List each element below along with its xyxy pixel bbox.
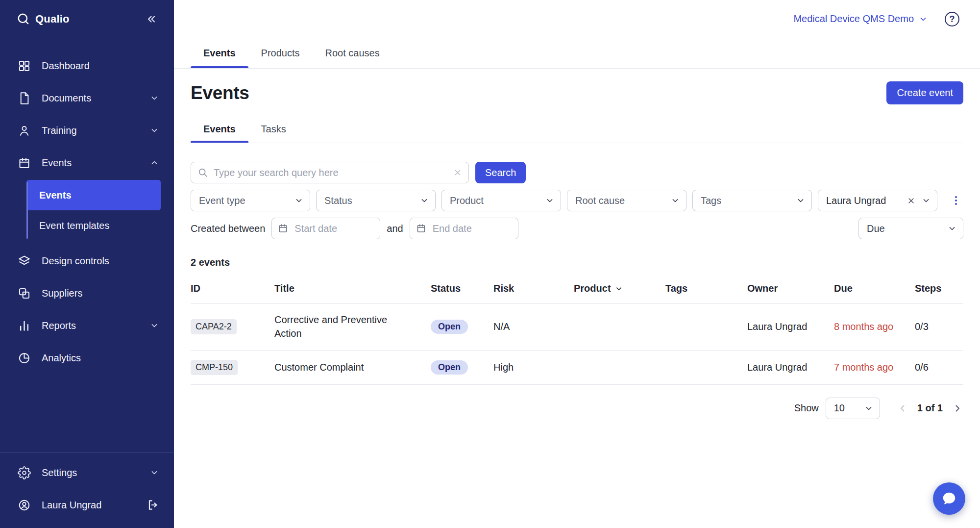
due-filter[interactable]: Due — [858, 218, 963, 239]
calendar-icon — [278, 223, 288, 233]
column-label: Status — [431, 283, 461, 294]
results-count: 2 events — [191, 257, 963, 268]
tab-products[interactable]: Products — [248, 38, 313, 68]
cell-steps: 0/3 — [915, 321, 963, 332]
sidebar-item-settings[interactable]: Settings — [0, 456, 174, 489]
sidebar-item-events[interactable]: Events — [0, 147, 174, 179]
qualio-logo-icon — [17, 12, 30, 25]
page-info: 1 of 1 — [917, 402, 943, 414]
sidebar-footer: Settings Laura Ungrad — [0, 452, 174, 528]
start-date-wrapper — [271, 218, 380, 239]
chevron-down-icon — [294, 196, 304, 205]
sidebar-item-training[interactable]: Training — [0, 114, 174, 147]
column-label: Title — [274, 283, 294, 294]
sidebar-item-label: Dashboard — [42, 60, 90, 72]
cell-status: Open — [431, 320, 493, 334]
pagination: Show 10 1 of 1 — [191, 398, 963, 419]
logout-button[interactable] — [147, 499, 159, 511]
search-button[interactable]: Search — [475, 162, 526, 183]
sidebar-item-label: Design controls — [42, 255, 109, 267]
sidebar-item-documents[interactable]: Documents — [0, 82, 174, 114]
table-row[interactable]: CAPA2-2 Corrective and Preventive Action… — [191, 303, 963, 351]
table-header-row: ID Title Status Risk Product Tags Owner … — [191, 277, 963, 303]
sidebar-item-label: Documents — [42, 93, 91, 104]
cell-id: CMP-150 — [191, 360, 274, 375]
create-event-button[interactable]: Create event — [886, 81, 963, 104]
subtab-tasks[interactable]: Tasks — [248, 116, 299, 143]
sidebar-item-analytics[interactable]: Analytics — [0, 342, 174, 374]
primary-tabs: Events Products Root causes — [174, 38, 980, 69]
filter-value: Laura Ungrad — [826, 195, 886, 206]
chevron-down-icon — [921, 196, 931, 205]
column-header-status[interactable]: Status — [431, 283, 493, 294]
column-label: Due — [834, 283, 853, 294]
suppliers-icon — [18, 287, 31, 300]
event-type-filter[interactable]: Event type — [191, 190, 310, 211]
chat-bubble-icon — [941, 491, 957, 506]
status-badge: Open — [431, 360, 468, 375]
question-mark-icon: ? — [950, 15, 955, 24]
sidebar-item-label: Settings — [42, 467, 77, 478]
tab-root-causes[interactable]: Root causes — [313, 38, 392, 68]
training-icon — [18, 124, 31, 137]
root-cause-filter[interactable]: Root cause — [567, 190, 686, 211]
sidebar-nav: Dashboard Documents Training — [0, 38, 174, 452]
cell-title: Customer Complaint — [274, 360, 431, 374]
column-header-steps[interactable]: Steps — [915, 283, 963, 294]
chevron-down-icon — [149, 93, 159, 103]
column-header-owner[interactable]: Owner — [747, 283, 834, 294]
sidebar-item-design-controls[interactable]: Design controls — [0, 245, 174, 277]
clear-owner-filter-button[interactable] — [906, 196, 916, 205]
column-header-product[interactable]: Product — [574, 283, 665, 294]
sidebar-subitem-label: Events — [39, 190, 72, 201]
tab-label: Events — [203, 124, 236, 134]
column-header-risk[interactable]: Risk — [493, 283, 574, 294]
column-header-due[interactable]: Due — [834, 283, 915, 294]
clear-search-button[interactable] — [453, 168, 463, 177]
document-icon — [18, 92, 31, 105]
avatar-icon — [18, 499, 31, 512]
tab-label: Products — [261, 48, 300, 58]
workspace-selector[interactable]: Medical Device QMS Demo — [793, 13, 928, 25]
sidebar-header: Qualio — [0, 0, 174, 38]
gear-icon — [18, 466, 31, 479]
owner-filter-controls — [906, 196, 931, 205]
tab-events[interactable]: Events — [191, 38, 248, 68]
qualio-logo: Qualio — [17, 12, 70, 25]
sidebar-item-dashboard[interactable]: Dashboard — [0, 50, 174, 82]
cell-risk: N/A — [493, 321, 574, 332]
sidebar-subitem-event-templates[interactable]: Event templates — [26, 210, 161, 241]
chevron-down-icon — [149, 126, 159, 135]
table-row[interactable]: CMP-150 Customer Complaint Open High Lau… — [191, 351, 963, 385]
page-size-select[interactable]: 10 — [826, 398, 880, 419]
chat-launcher-button[interactable] — [933, 482, 965, 515]
search-input[interactable] — [191, 162, 469, 183]
column-label: Risk — [493, 283, 514, 294]
owner-filter[interactable]: Laura Ungrad — [818, 190, 937, 211]
sidebar-subitem-events[interactable]: Events — [26, 180, 161, 210]
close-icon — [453, 168, 463, 177]
subtab-events[interactable]: Events — [191, 116, 248, 143]
sidebar-user-row[interactable]: Laura Ungrad — [0, 489, 174, 521]
column-header-id[interactable]: ID — [191, 283, 274, 294]
dashboard-icon — [18, 59, 31, 73]
sidebar-item-suppliers[interactable]: Suppliers — [0, 277, 174, 309]
chevron-down-icon — [149, 321, 159, 330]
next-page-button[interactable] — [952, 402, 963, 414]
pie-chart-icon — [18, 352, 31, 365]
column-header-tags[interactable]: Tags — [665, 283, 747, 294]
more-filters-button[interactable] — [949, 190, 963, 211]
cell-due: 7 months ago — [834, 362, 915, 373]
previous-page-button[interactable] — [897, 402, 908, 414]
search-icon — [197, 167, 208, 178]
sidebar-collapse-button[interactable] — [144, 11, 159, 27]
column-header-title[interactable]: Title — [274, 283, 431, 294]
tags-filter[interactable]: Tags — [692, 190, 812, 211]
sidebar-item-reports[interactable]: Reports — [0, 309, 174, 342]
created-between-label: Created between — [191, 223, 265, 234]
product-filter[interactable]: Product — [441, 190, 561, 211]
status-filter[interactable]: Status — [316, 190, 436, 211]
user-name: Laura Ungrad — [42, 500, 101, 511]
main-area: Medical Device QMS Demo ? Events Product… — [174, 0, 980, 528]
help-button[interactable]: ? — [945, 12, 959, 26]
